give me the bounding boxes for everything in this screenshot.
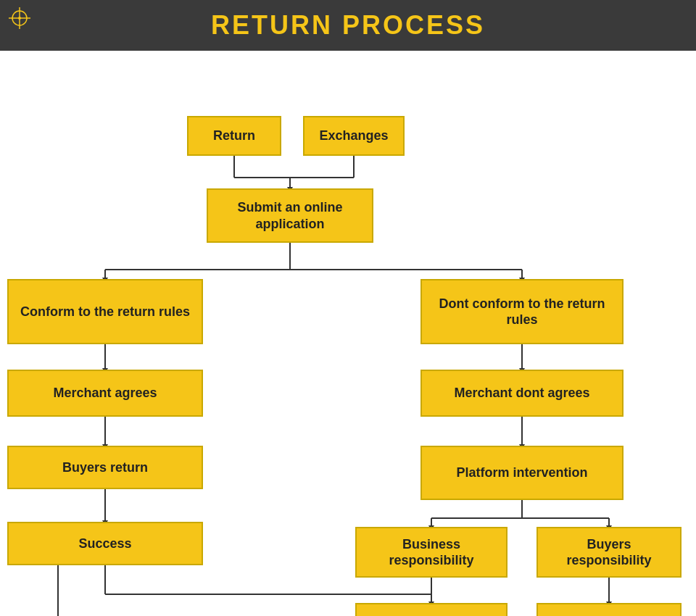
- page-title: RETURN PROCESS: [211, 10, 485, 41]
- box-buyers-return-right: Buyers return: [355, 603, 508, 616]
- box-failure: Failure: [536, 603, 682, 616]
- box-merchant-dont-agrees: Merchant dont agrees: [420, 370, 624, 417]
- box-return: Return: [187, 116, 281, 156]
- box-merchant-agrees: Merchant agrees: [7, 370, 203, 417]
- svg-point-3: [18, 17, 21, 20]
- box-success: Success: [7, 522, 203, 565]
- box-buyers-return-left: Buyers return: [7, 446, 203, 489]
- box-exchanges: Exchanges: [303, 116, 405, 156]
- box-buyers-responsibility: Buyers responsibility: [536, 527, 682, 578]
- box-platform-intervention: Platform intervention: [420, 446, 624, 500]
- box-dont-conform: Dont conform to the return rules: [420, 279, 624, 344]
- box-business-responsibility: Business responsibility: [355, 527, 508, 578]
- box-conform: Conform to the return rules: [7, 279, 203, 344]
- box-submit: Submit an online application: [207, 188, 373, 243]
- crosshair-icon: [9, 7, 30, 29]
- page-header: RETURN PROCESS: [0, 0, 696, 51]
- flowchart-area: Return Exchanges Submit an online applic…: [0, 51, 696, 616]
